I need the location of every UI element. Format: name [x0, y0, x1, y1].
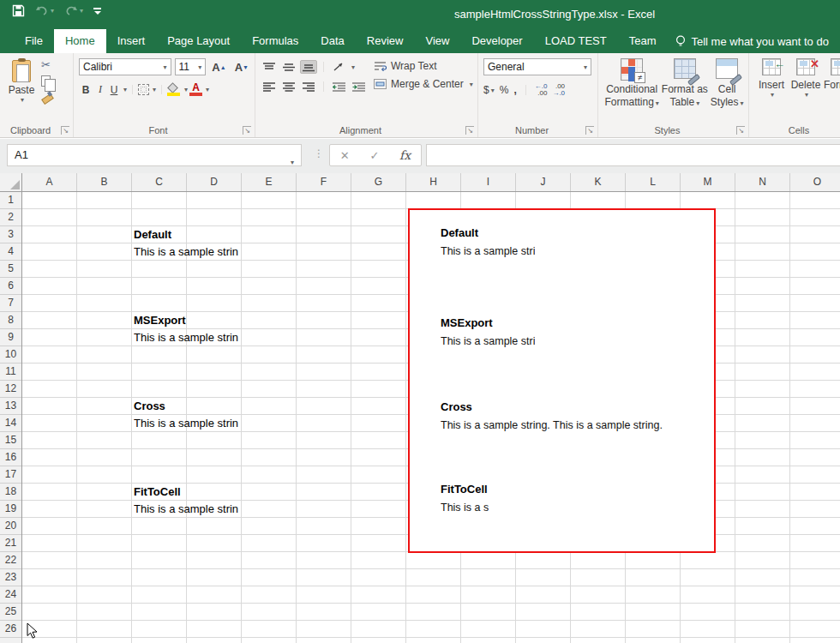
format-cells-button[interactable]: Format [823, 58, 840, 123]
enter-button[interactable]: ✓ [369, 149, 379, 162]
row-header-5[interactable]: 5 [0, 261, 21, 278]
column-header-K[interactable]: K [571, 173, 626, 191]
font-color-icon[interactable]: A [189, 83, 202, 96]
middle-align-button[interactable] [280, 60, 297, 74]
orientation-dropdown-icon[interactable]: ▾ [351, 63, 355, 71]
cell-C8[interactable]: MSExport [134, 312, 186, 329]
undo-dropdown-icon[interactable]: ▾ [51, 7, 54, 15]
row-header-4[interactable]: 4 [0, 243, 21, 261]
row-header-2[interactable]: 2 [0, 209, 21, 226]
row-header-10[interactable]: 10 [0, 346, 21, 364]
column-header-D[interactable]: D [187, 173, 242, 191]
redo-dropdown-icon[interactable]: ▾ [80, 7, 83, 15]
font-name-combo[interactable]: Calibri▾ [79, 58, 171, 75]
increase-indent-button[interactable] [350, 80, 367, 93]
format-as-table-button[interactable]: Format as Table▾ [662, 58, 708, 123]
row-header-23[interactable]: 23 [0, 569, 21, 586]
orientation-button[interactable] [330, 60, 347, 74]
column-header-J[interactable]: J [516, 173, 571, 191]
cell-C9[interactable]: This is a sample strin [134, 329, 241, 346]
column-header-O[interactable]: O [790, 173, 840, 191]
number-format-combo[interactable]: General▾ [483, 58, 591, 75]
tab-home[interactable]: Home [54, 29, 106, 53]
cell-styles-button[interactable]: Cell Styles▾ [711, 58, 744, 123]
number-dialog-launcher[interactable]: ↘ [585, 126, 594, 135]
top-align-button[interactable] [261, 60, 278, 74]
merge-center-button[interactable]: Merge & Center ▾ [374, 78, 473, 90]
column-header-F[interactable]: F [297, 173, 351, 191]
delete-cells-button[interactable]: ✕ Delete ▾ [789, 58, 823, 123]
formula-input[interactable] [426, 144, 840, 166]
bottom-align-button[interactable] [300, 60, 317, 74]
column-header-I[interactable]: I [461, 173, 516, 191]
select-all-button[interactable] [0, 173, 22, 191]
row-header-20[interactable]: 20 [0, 518, 21, 535]
underline-button[interactable]: U [108, 84, 120, 96]
tab-load-test[interactable]: LOAD TEST [534, 29, 618, 53]
grow-font-button[interactable]: A▲ [209, 61, 228, 74]
row-header-19[interactable]: 19 [0, 501, 21, 518]
column-header-H[interactable]: H [406, 173, 461, 191]
borders-dropdown-icon[interactable]: ▾ [153, 86, 156, 93]
row-header-9[interactable]: 9 [0, 329, 21, 346]
rendered-image-overlay[interactable]: Default This is a sample stri MSExport T… [408, 208, 716, 553]
cut-icon[interactable]: ✂ [41, 58, 52, 71]
column-header-N[interactable]: N [735, 173, 790, 191]
cell-C4[interactable]: This is a sample strin [134, 243, 241, 261]
row-header-25[interactable]: 25 [0, 604, 21, 621]
conditional-formatting-button[interactable]: ≠ Conditional Formatting▾ [604, 58, 658, 123]
tab-file[interactable]: File [14, 29, 54, 53]
align-left-button[interactable] [261, 80, 278, 93]
column-header-G[interactable]: G [351, 173, 406, 191]
align-right-button[interactable] [300, 80, 317, 93]
alignment-dialog-launcher[interactable]: ↘ [465, 126, 474, 135]
column-header-E[interactable]: E [242, 173, 297, 191]
underline-dropdown-icon[interactable]: ▾ [123, 86, 127, 93]
paste-button[interactable]: Paste ▾ [7, 60, 36, 104]
row-header-6[interactable]: 6 [0, 278, 21, 295]
row-header-14[interactable]: 14 [0, 415, 21, 432]
row-header-3[interactable]: 3 [0, 226, 21, 243]
row-header-26[interactable]: 26 [0, 621, 21, 638]
tab-page-layout[interactable]: Page Layout [156, 29, 241, 53]
column-header-C[interactable]: C [132, 173, 187, 191]
formula-bar-grip[interactable]: ⋮ [314, 147, 324, 159]
column-header-B[interactable]: B [77, 173, 132, 191]
paste-dropdown-icon[interactable]: ▾ [9, 96, 36, 104]
row-header-13[interactable]: 13 [0, 398, 21, 415]
name-box[interactable]: A1 ▾ [7, 144, 302, 166]
italic-button[interactable]: I [94, 83, 106, 96]
row-header-17[interactable]: 17 [0, 466, 21, 484]
font-size-combo[interactable]: 11▾ [175, 58, 207, 75]
row-header-18[interactable]: 18 [0, 484, 21, 501]
currency-button[interactable]: $▾ [483, 84, 495, 96]
borders-icon[interactable] [138, 84, 149, 95]
row-header-8[interactable]: 8 [0, 312, 21, 329]
insert-function-button[interactable]: fx [399, 148, 411, 162]
row-header-21[interactable]: 21 [0, 535, 21, 552]
name-box-dropdown-icon[interactable]: ▾ [291, 153, 294, 173]
save-icon[interactable] [12, 4, 25, 17]
font-color-dropdown-icon[interactable]: ▾ [206, 86, 209, 93]
fill-color-icon[interactable] [167, 84, 181, 96]
insert-cells-button[interactable]: ← Insert ▾ [754, 58, 789, 123]
tab-developer[interactable]: Developer [460, 29, 533, 53]
cell-C13[interactable]: Cross [134, 398, 165, 415]
cell-C14[interactable]: This is a sample strin [134, 415, 241, 432]
tab-data[interactable]: Data [309, 29, 355, 53]
insert-dropdown-icon[interactable]: ▾ [771, 91, 774, 99]
cancel-button[interactable]: ✕ [340, 149, 350, 162]
styles-dialog-launcher[interactable]: ↘ [736, 126, 745, 135]
row-header-12[interactable]: 12 [0, 381, 21, 398]
font-dialog-launcher[interactable]: ↘ [243, 126, 251, 135]
merge-center-dropdown-icon[interactable]: ▾ [470, 81, 473, 88]
row-header-1[interactable]: 1 [0, 192, 21, 209]
undo-button[interactable]: ▾ [35, 5, 54, 16]
row-header-15[interactable]: 15 [0, 432, 21, 449]
decrease-indent-button[interactable] [330, 80, 347, 93]
row-header-27[interactable] [0, 638, 21, 643]
comma-style-button[interactable]: , [513, 84, 516, 96]
delete-dropdown-icon[interactable]: ▾ [805, 91, 808, 99]
tab-formulas[interactable]: Formulas [241, 29, 309, 53]
bold-button[interactable]: B [79, 84, 93, 96]
